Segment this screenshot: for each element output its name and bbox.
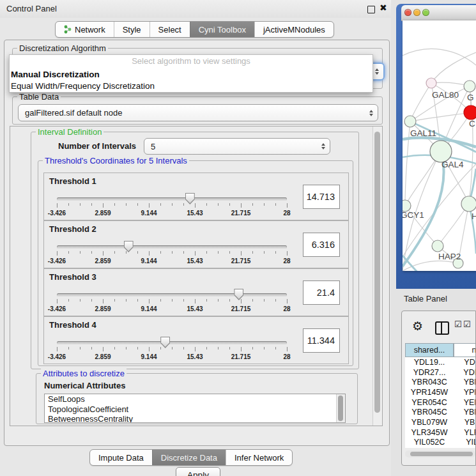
attribute-item[interactable]: BetweennessCentrality bbox=[45, 414, 345, 423]
scrollbar-thumb[interactable] bbox=[374, 132, 380, 413]
close-icon[interactable]: ✖ bbox=[380, 3, 387, 13]
slider-tick bbox=[172, 251, 173, 254]
threshold-slider[interactable]: -3.4262.8599.14415.4321.71528 bbox=[57, 240, 287, 266]
table-cell[interactable]: YER0 bbox=[454, 397, 476, 408]
table-cell[interactable]: YER054C bbox=[405, 397, 454, 408]
network-node[interactable] bbox=[404, 116, 416, 127]
network-window-titlebar[interactable] bbox=[401, 5, 476, 21]
network-canvas[interactable]: GAL80GCGAL11GAL4GCY1HHAP2 bbox=[403, 20, 476, 271]
table-cell[interactable]: YLR345W bbox=[405, 427, 454, 438]
close-traffic-light-icon[interactable] bbox=[404, 9, 411, 16]
network-node[interactable] bbox=[432, 240, 443, 252]
table-cell[interactable]: YBR0 bbox=[454, 377, 476, 387]
columns-icon[interactable] bbox=[435, 321, 449, 335]
network-node[interactable] bbox=[430, 141, 452, 162]
table-row[interactable]: YDL19...YDL1 bbox=[405, 357, 476, 367]
attributes-scrollbar[interactable] bbox=[336, 394, 345, 422]
zoom-traffic-light-icon[interactable] bbox=[422, 9, 429, 16]
checkbox-icon[interactable]: ☑ bbox=[463, 319, 471, 329]
popup-option-manual-discretization[interactable]: Manual Discretization bbox=[10, 68, 372, 80]
tab-discretize-data[interactable]: Discretize Data bbox=[152, 450, 226, 465]
network-node[interactable] bbox=[461, 196, 476, 211]
tab-style[interactable]: Style bbox=[114, 22, 150, 37]
table-cell[interactable]: YLR3 bbox=[454, 427, 476, 438]
table-cell[interactable]: YIL052C bbox=[405, 438, 454, 448]
table-cell[interactable]: YDR2 bbox=[454, 367, 476, 378]
slider-track[interactable] bbox=[57, 197, 287, 201]
settings-scrollbar[interactable] bbox=[372, 127, 382, 426]
network-edge[interactable] bbox=[410, 112, 471, 121]
table-cell[interactable]: YDR27... bbox=[405, 367, 454, 378]
table-horizontal-scrollbar[interactable] bbox=[405, 450, 475, 457]
tab-impute-data[interactable]: Impute Data bbox=[90, 450, 152, 465]
network-edge[interactable] bbox=[410, 83, 431, 121]
table-cell[interactable]: YBR045C bbox=[405, 407, 454, 417]
tab-network[interactable]: Network bbox=[56, 22, 114, 37]
table-row[interactable]: YDR27...YDR2 bbox=[405, 367, 476, 378]
network-edge[interactable] bbox=[431, 52, 476, 83]
table-cell[interactable]: YIL0 bbox=[454, 438, 476, 448]
slider-track[interactable] bbox=[57, 245, 287, 249]
threshold-value-field[interactable]: 21.4 bbox=[303, 280, 340, 305]
threshold-value-field[interactable]: 11.344 bbox=[303, 328, 340, 353]
popup-option-equal-width-frequency-discretization[interactable]: Equal Width/Frequency Discretization bbox=[10, 80, 372, 91]
table-panel-title: Table Panel bbox=[404, 294, 447, 303]
slider-tick bbox=[275, 299, 276, 302]
table-cell[interactable]: YBL0 bbox=[454, 417, 476, 427]
table-cell[interactable]: YPR145W bbox=[405, 387, 454, 397]
threshold-slider[interactable]: -3.4262.8599.14415.4321.71528 bbox=[57, 192, 287, 218]
network-edge[interactable] bbox=[405, 121, 410, 206]
threshold-slider[interactable]: -3.4262.8599.14415.4321.71528 bbox=[57, 288, 287, 314]
network-node[interactable] bbox=[464, 105, 476, 119]
slider-tick bbox=[287, 251, 288, 256]
tab-jactivemnodules[interactable]: jActiveMNodules bbox=[254, 22, 334, 37]
attribute-item[interactable]: SelfLoops bbox=[45, 394, 345, 404]
table-cell[interactable]: YBR043C bbox=[405, 377, 454, 387]
network-node[interactable] bbox=[464, 81, 475, 92]
scrollbar-thumb[interactable] bbox=[338, 395, 343, 421]
slider-tick bbox=[229, 347, 230, 349]
tab-infer-network[interactable]: Infer Network bbox=[226, 450, 292, 465]
slider-tick bbox=[57, 299, 58, 303]
table-row[interactable]: YBR043CYBR0 bbox=[405, 377, 476, 387]
table-column-header[interactable]: n bbox=[454, 343, 476, 357]
scrollbar-thumb[interactable] bbox=[410, 452, 473, 456]
table-data-combo[interactable]: galFiltered.sif default node bbox=[18, 104, 378, 121]
slider-tick bbox=[68, 203, 69, 206]
table-cell[interactable]: YBL079W bbox=[405, 417, 454, 427]
network-graph[interactable]: GAL80GCGAL11GAL4GCY1HHAP2 bbox=[403, 20, 476, 271]
float-window-icon[interactable] bbox=[367, 6, 375, 13]
table-row[interactable]: YPR145WYPR1 bbox=[405, 387, 476, 397]
table-cell[interactable]: YDL19... bbox=[405, 357, 454, 367]
slider-track[interactable] bbox=[57, 293, 287, 296]
table-row[interactable]: YER054CYER0 bbox=[405, 397, 476, 408]
number-of-intervals-combo[interactable]: 5 bbox=[144, 138, 330, 155]
slider-tick bbox=[80, 347, 81, 349]
slider-tick bbox=[114, 251, 115, 254]
slider-tick-label: 9.144 bbox=[141, 305, 157, 312]
attribute-item[interactable]: TopologicalCoefficient bbox=[45, 404, 345, 415]
apply-button[interactable]: Apply bbox=[176, 467, 220, 476]
table-row[interactable]: YBL079WYBL0 bbox=[405, 417, 476, 427]
table-cell[interactable]: YDL1 bbox=[454, 357, 476, 367]
threshold-value-field[interactable]: 14.713 bbox=[303, 185, 340, 209]
threshold-value-field[interactable]: 6.316 bbox=[303, 233, 340, 257]
network-view-window[interactable]: GAL80GCGAL11GAL4GCY1HHAP2 bbox=[396, 4, 476, 289]
table-cell[interactable]: YPR1 bbox=[454, 387, 476, 397]
table-column-header[interactable]: shared... bbox=[405, 343, 454, 357]
network-node[interactable] bbox=[426, 78, 436, 88]
table-row[interactable]: YLR345WYLR3 bbox=[405, 427, 476, 438]
slider-track[interactable] bbox=[57, 341, 287, 344]
tab-cyni-toolbox[interactable]: Cyni Toolbox bbox=[190, 22, 254, 37]
minimize-traffic-light-icon[interactable] bbox=[413, 9, 420, 16]
table-row[interactable]: YBR045CYBR0 bbox=[405, 407, 476, 417]
tab-select[interactable]: Select bbox=[150, 22, 190, 37]
slider-tick bbox=[68, 251, 69, 254]
table-cell[interactable]: YBR0 bbox=[454, 407, 476, 417]
numerical-attributes-list[interactable]: SelfLoopsTopologicalCoefficientBetweenne… bbox=[44, 394, 346, 423]
gear-icon[interactable]: ⚙ bbox=[412, 319, 423, 334]
threshold-slider[interactable]: -3.4262.8599.14415.4321.71528 bbox=[57, 336, 287, 362]
checkbox-icon[interactable]: ☑ bbox=[454, 319, 462, 329]
table-row[interactable]: YIL052CYIL0 bbox=[405, 438, 476, 448]
slider-tick bbox=[264, 347, 265, 349]
